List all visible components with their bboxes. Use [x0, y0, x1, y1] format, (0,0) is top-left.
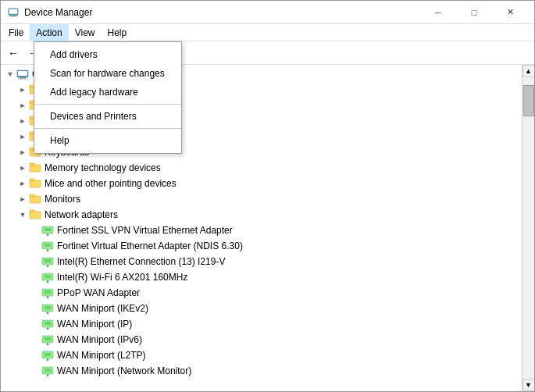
- maximize-button[interactable]: □: [456, 1, 492, 24]
- intel-wifi-icon: [41, 271, 54, 283]
- close-button[interactable]: ✕: [492, 1, 528, 24]
- network-adapters-icon: [29, 208, 41, 221]
- tree-item-monitors[interactable]: ► Monitors: [1, 191, 522, 207]
- tree-item-ppop-wan[interactable]: ► PPoP WAN Adapter: [1, 285, 522, 301]
- wan-network-monitor-icon: [41, 365, 54, 377]
- svg-point-69: [47, 344, 49, 346]
- svg-rect-2: [9, 16, 18, 16]
- action-devices-printers[interactable]: Devices and Printers: [34, 107, 181, 126]
- svg-rect-28: [30, 212, 41, 219]
- svg-point-74: [47, 359, 49, 362]
- menu-separator-2: [34, 128, 181, 129]
- vertical-scrollbar[interactable]: ▲ ▼: [522, 65, 534, 391]
- mice-icon: [29, 177, 41, 190]
- computer-folder-icon: [16, 68, 29, 80]
- monitors-icon: [29, 193, 41, 205]
- wan-l2tp-icon: [41, 349, 54, 362]
- memory-tech-icon: [29, 162, 41, 174]
- wan-ip-icon: [41, 318, 54, 330]
- wan-ipv6-label: WAN Miniport (IPv6): [57, 334, 142, 345]
- wan-ikev2-label: WAN Miniport (IKEv2): [57, 303, 148, 314]
- expand-arrow-monitors: ►: [16, 193, 29, 205]
- svg-rect-27: [30, 194, 34, 197]
- menu-separator-1: [34, 104, 181, 105]
- tree-item-intel-ethernet[interactable]: ► Intel(R) Ethernet Connection (13) I219…: [1, 254, 522, 269]
- expand-arrow-network: ▼: [16, 208, 29, 221]
- action-add-legacy[interactable]: Add legacy hardware: [34, 83, 181, 102]
- menu-help[interactable]: Help: [102, 24, 134, 41]
- svg-rect-26: [30, 196, 41, 203]
- expand-arrow-display: ►: [16, 99, 29, 112]
- svg-point-39: [47, 250, 49, 252]
- svg-rect-25: [30, 179, 34, 181]
- memory-tech-label: Memory technology devices: [45, 162, 161, 173]
- menu-file[interactable]: File: [2, 24, 30, 41]
- back-button[interactable]: ←: [4, 44, 23, 62]
- tree-item-wan-network-monitor[interactable]: ► WAN Miniport (Network Monitor): [1, 363, 522, 379]
- tree-item-memory-tech[interactable]: ► Memory technology devices: [1, 160, 522, 176]
- tree-item-wan-ikev2[interactable]: ► WAN Miniport (IKEv2): [1, 301, 522, 316]
- title-bar-text: Device Manager: [24, 7, 420, 18]
- action-help[interactable]: Help: [34, 131, 181, 150]
- expand-arrow-disk-drives: ►: [16, 84, 29, 96]
- title-bar-icon: [7, 6, 20, 19]
- svg-point-34: [47, 234, 49, 237]
- expand-arrow-mice: ►: [16, 177, 29, 190]
- monitors-label: Monitors: [45, 194, 80, 205]
- scroll-track[interactable]: [523, 77, 534, 379]
- tree-item-wan-ipv6[interactable]: ► WAN Miniport (IPv6): [1, 332, 522, 347]
- svg-rect-3: [9, 9, 18, 13]
- wan-network-monitor-label: WAN Miniport (Network Monitor): [57, 365, 191, 376]
- action-add-drivers[interactable]: Add drivers: [34, 45, 181, 64]
- action-scan-hardware[interactable]: Scan for hardware changes: [34, 64, 181, 83]
- menu-view[interactable]: View: [69, 24, 102, 41]
- svg-point-59: [47, 312, 49, 315]
- intel-ethernet-label: Intel(R) Ethernet Connection (13) I219-V: [57, 256, 225, 267]
- ppop-wan-icon: [41, 287, 54, 299]
- back-icon: ←: [8, 47, 19, 59]
- title-bar-controls: ─ □ ✕: [420, 1, 528, 24]
- svg-rect-9: [18, 71, 27, 76]
- wan-ipv6-icon: [41, 333, 54, 346]
- scroll-down-arrow[interactable]: ▼: [523, 379, 535, 391]
- intel-wifi-label: Intel(R) Wi-Fi 6 AX201 160MHz: [57, 272, 187, 283]
- expand-arrow-keyboards: ►: [16, 146, 29, 159]
- mice-label: Mice and other pointing devices: [45, 178, 177, 189]
- tree-item-network-adapters[interactable]: ▼ Network adapters: [1, 207, 522, 223]
- wan-l2tp-label: WAN Miniport (L2TP): [57, 350, 146, 361]
- svg-rect-11: [18, 79, 27, 80]
- scroll-thumb[interactable]: [523, 85, 534, 116]
- minimize-button[interactable]: ─: [420, 1, 456, 24]
- scroll-up-arrow[interactable]: ▲: [523, 65, 535, 77]
- svg-rect-10: [20, 77, 26, 79]
- wan-ikev2-icon: [41, 302, 54, 315]
- svg-point-54: [47, 297, 49, 299]
- fortinet-virtual-label: Fortinet Virtual Ethernet Adapter (NDIS …: [57, 241, 243, 251]
- svg-rect-24: [30, 180, 41, 187]
- expand-arrow-computer: ▼: [4, 68, 16, 80]
- wan-ip-label: WAN Miniport (IP): [57, 319, 132, 330]
- svg-rect-22: [30, 165, 41, 172]
- tree-item-wan-l2tp[interactable]: ► WAN Miniport (L2TP): [1, 347, 522, 363]
- svg-point-79: [47, 375, 49, 377]
- expand-arrow-firmware: ►: [16, 115, 29, 127]
- menu-bar: File Action View Help Add drivers Scan f…: [1, 24, 534, 41]
- intel-ethernet-icon: [41, 255, 54, 268]
- action-dropdown: Add drivers Scan for hardware changes Ad…: [34, 41, 182, 154]
- svg-point-44: [47, 265, 49, 268]
- tree-item-fortinet-virtual[interactable]: ► Fortinet Virtual Ethernet Adapter (NDI…: [1, 238, 522, 254]
- svg-point-49: [47, 281, 49, 283]
- svg-point-64: [47, 328, 49, 330]
- svg-rect-29: [30, 210, 34, 212]
- fortinet-virtual-icon: [41, 240, 54, 252]
- tree-item-fortinet-ssl[interactable]: ► Fortinet SSL VPN Virtual Ethernet Adap…: [1, 223, 522, 238]
- ppop-wan-label: PPoP WAN Adapter: [57, 287, 140, 298]
- tree-item-mice[interactable]: ► Mice and other pointing devices: [1, 176, 522, 191]
- svg-rect-23: [30, 163, 34, 166]
- network-adapters-label: Network adapters: [45, 209, 118, 220]
- fortinet-ssl-icon: [41, 224, 54, 237]
- menu-action[interactable]: Action: [30, 24, 68, 41]
- tree-item-wan-ip[interactable]: ► WAN Miniport (IP): [1, 316, 522, 332]
- tree-item-intel-wifi[interactable]: ► Intel(R) Wi-Fi 6 AX201 160MHz: [1, 269, 522, 285]
- device-manager-window: Device Manager ─ □ ✕ File Action View He…: [0, 0, 535, 392]
